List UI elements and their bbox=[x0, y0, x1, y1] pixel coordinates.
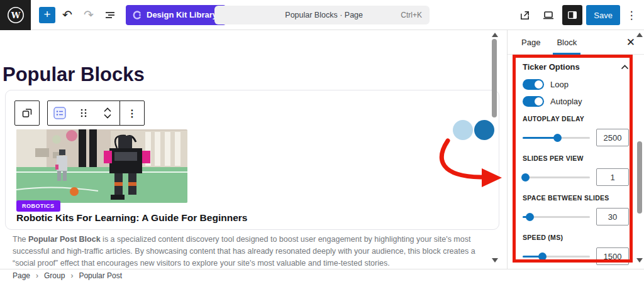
block-controls-group: ⋮ bbox=[47, 100, 145, 126]
panel-title: Ticker Options bbox=[523, 62, 580, 72]
scroll-down-arrow[interactable] bbox=[492, 258, 498, 263]
speed-ms-control bbox=[523, 247, 629, 265]
command-palette[interactable]: Popular Blocks · Page Ctrl+K bbox=[214, 6, 430, 24]
loop-toggle-row[interactable]: Loop bbox=[523, 79, 629, 90]
workspace: Popular Blocks t bbox=[0, 30, 644, 269]
undo-icon[interactable]: ↶ bbox=[58, 6, 77, 24]
tab-block[interactable]: Block bbox=[557, 30, 577, 55]
document-title: Popular Blocks · Page bbox=[214, 11, 401, 19]
autoplay-delay-control bbox=[523, 129, 629, 146]
autoplay-delay-slider[interactable] bbox=[523, 133, 590, 142]
select-parent-group bbox=[14, 100, 40, 126]
category-badge[interactable]: ROBOTICS bbox=[16, 200, 60, 212]
autoplay-label: Autoplay bbox=[550, 97, 582, 106]
block-inserter-button[interactable]: + bbox=[39, 7, 55, 23]
list-view-glyph bbox=[104, 9, 116, 21]
document-overview-icon[interactable] bbox=[101, 6, 119, 24]
drag-handle-icon[interactable] bbox=[72, 101, 96, 125]
description-paragraph[interactable]: The Popular Post Block is a specialized … bbox=[13, 234, 480, 269]
panel-header[interactable]: Ticker Options bbox=[523, 62, 629, 72]
speed-ms-input[interactable] bbox=[596, 247, 629, 265]
slider-thumb[interactable] bbox=[521, 173, 530, 182]
move-down-icon[interactable] bbox=[103, 114, 112, 119]
slides-per-view-control bbox=[523, 168, 629, 186]
breadcrumb-separator: › bbox=[70, 271, 73, 280]
speed-ms-slider[interactable] bbox=[523, 252, 590, 261]
slider-thumb[interactable] bbox=[553, 134, 562, 142]
speed-ms-label: SPEED (MS) bbox=[523, 234, 629, 241]
slides-per-view-label: SLIDES PER VIEW bbox=[523, 155, 629, 162]
block-mover bbox=[96, 101, 119, 125]
canvas-scrollbar[interactable] bbox=[491, 30, 498, 269]
ticker-block-icon[interactable] bbox=[48, 101, 72, 125]
toggle-knob bbox=[535, 80, 543, 89]
space-between-slides-input[interactable] bbox=[596, 208, 629, 225]
slides-per-view-input[interactable] bbox=[596, 168, 629, 186]
paragraph-prefix: The bbox=[13, 235, 28, 244]
breadcrumb-popular-post[interactable]: Popular Post bbox=[79, 271, 122, 280]
wordpress-logo-icon: W bbox=[6, 6, 25, 24]
slider-thumb[interactable] bbox=[538, 252, 547, 261]
paragraph-bold: Popular Post Block bbox=[28, 235, 101, 244]
redo-icon[interactable]: ↷ bbox=[79, 6, 98, 24]
scroll-up-arrow[interactable] bbox=[492, 33, 498, 37]
sidebar-scrollbar[interactable] bbox=[635, 30, 644, 269]
editor-canvas[interactable]: Popular Blocks t bbox=[0, 30, 507, 269]
space-between-slides-control bbox=[523, 208, 629, 225]
robots-image bbox=[16, 129, 187, 203]
collapse-chevron-icon bbox=[621, 65, 629, 70]
slider-fill bbox=[523, 137, 557, 139]
view-site-icon[interactable] bbox=[514, 5, 535, 25]
breadcrumb-bar: Page › Group › Popular Post bbox=[0, 269, 644, 282]
post-title-link[interactable]: Robotic Kits For Learning: A Guide For B… bbox=[16, 212, 247, 224]
loop-toggle[interactable] bbox=[523, 79, 544, 90]
block-toolbar: ⋮ bbox=[14, 100, 145, 126]
options-menu-icon[interactable]: ⋮ bbox=[624, 9, 639, 22]
slider-thumb[interactable] bbox=[526, 213, 534, 221]
carousel-prev-button[interactable] bbox=[453, 120, 473, 140]
editor-window: W + ↶ ↷ Design Kit Library Popular Block… bbox=[0, 0, 644, 282]
close-sidebar-icon[interactable]: ✕ bbox=[626, 37, 635, 48]
wordpress-logo[interactable]: W bbox=[0, 0, 31, 30]
loop-label: Loop bbox=[550, 80, 569, 89]
device-preview-icon[interactable] bbox=[538, 5, 558, 25]
sidebar-scroll-down-arrow[interactable] bbox=[636, 258, 643, 263]
tab-page[interactable]: Page bbox=[521, 30, 540, 55]
topbar-right-group: Save ⋮ bbox=[514, 0, 639, 30]
svg-text:W: W bbox=[10, 11, 20, 20]
autoplay-delay-label: AUTOPLAY DELAY bbox=[523, 115, 629, 122]
design-kit-logo-icon bbox=[132, 10, 142, 20]
autoplay-toggle[interactable] bbox=[523, 96, 544, 107]
ticker-options-panel: Ticker Options Loop Autoplay AUTOPLAY DE… bbox=[508, 55, 644, 282]
popular-post-block[interactable]: t bbox=[5, 90, 499, 230]
toggle-knob bbox=[535, 97, 543, 106]
command-shortcut: Ctrl+K bbox=[401, 11, 430, 19]
page-title[interactable]: Popular Blocks bbox=[3, 63, 145, 86]
canvas-scroll-thumb[interactable] bbox=[492, 39, 497, 117]
breadcrumb-separator: › bbox=[36, 271, 38, 280]
settings-sidebar-toggle[interactable] bbox=[562, 5, 582, 25]
space-between-slides-label: SPACE BETWEEN SLIDES bbox=[523, 194, 629, 202]
move-up-icon[interactable] bbox=[103, 107, 112, 112]
design-kit-library-button[interactable]: Design Kit Library bbox=[126, 5, 226, 25]
autoplay-delay-input[interactable] bbox=[596, 129, 629, 146]
breadcrumb-group[interactable]: Group bbox=[44, 271, 65, 280]
sidebar-header: Page Block ✕ bbox=[508, 30, 644, 55]
design-kit-label: Design Kit Library bbox=[147, 10, 217, 19]
sidebar-scroll-up-arrow[interactable] bbox=[636, 33, 643, 37]
sidebar-scroll-thumb[interactable] bbox=[637, 141, 642, 214]
space-between-slides-slider[interactable] bbox=[523, 212, 590, 221]
breadcrumb-page[interactable]: Page bbox=[13, 271, 30, 280]
save-button[interactable]: Save bbox=[586, 5, 620, 25]
select-parent-icon[interactable] bbox=[15, 101, 39, 125]
slides-per-view-slider[interactable] bbox=[523, 173, 590, 182]
settings-sidebar: Page Block ✕ Ticker Options Loop Aut bbox=[507, 30, 644, 269]
slider-track bbox=[523, 176, 590, 178]
post-featured-image[interactable] bbox=[16, 129, 187, 203]
top-toolbar: W + ↶ ↷ Design Kit Library Popular Block… bbox=[0, 0, 644, 30]
autoplay-toggle-row[interactable]: Autoplay bbox=[523, 96, 629, 107]
block-options-icon[interactable]: ⋮ bbox=[120, 101, 144, 125]
